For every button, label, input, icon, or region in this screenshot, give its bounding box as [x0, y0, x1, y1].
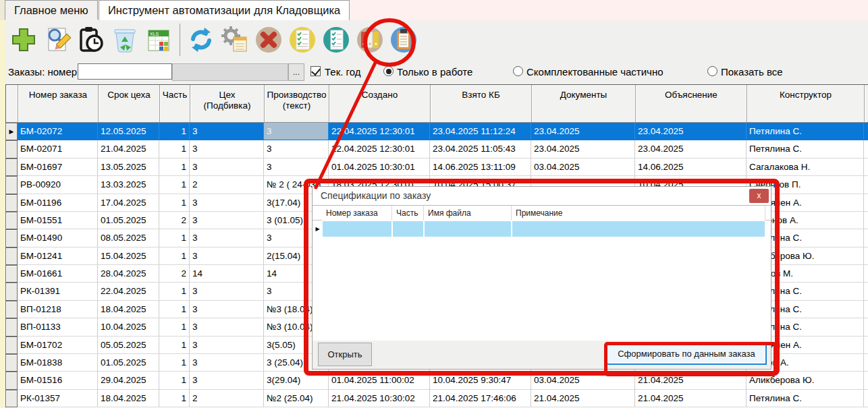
radio-partially-assembled-label: Скомплектованные частично	[526, 59, 663, 84]
grid-cell-filler	[864, 194, 868, 212]
grid-cell: 2	[159, 265, 190, 283]
radio-show-all[interactable]	[707, 66, 717, 76]
row-indicator	[5, 354, 18, 372]
toolbar-icon-excel-export[interactable]: XLS	[143, 24, 174, 56]
spec-cell	[425, 221, 511, 237]
grid-cell: 1	[159, 158, 190, 176]
grid-cell-filler	[864, 247, 868, 265]
grid-cell: 3	[190, 123, 264, 140]
toolbar-icon-order-specifications[interactable]	[388, 24, 419, 56]
grid-cell: БМ-01516	[18, 372, 98, 389]
row-indicator	[5, 337, 18, 354]
spec-grid-header: Номер заказаЧастьИмя файлаПримечание	[313, 205, 771, 221]
grid-cell: 3	[190, 337, 264, 354]
current-year-checkbox[interactable]	[310, 66, 321, 76]
spec-cell	[512, 221, 765, 237]
grid-cell: 23.04.2025	[531, 140, 635, 158]
grid-cell: 1	[159, 283, 190, 300]
grid-cell: БМ-01661	[18, 265, 98, 283]
browse-button[interactable]: ...	[288, 63, 304, 81]
grid-cell: 28.04.2025	[98, 265, 159, 283]
row-indicator	[5, 318, 18, 336]
toolbar-separator	[180, 24, 180, 56]
spec-dialog-title: Спецификации по заказу	[313, 187, 771, 205]
column-header: Производство(текст)	[265, 85, 329, 123]
grid-cell-filler	[864, 176, 868, 194]
grid-cell: 21.04.2025	[531, 390, 635, 407]
toolbar-icon-refresh[interactable]	[186, 24, 217, 56]
grid-cell: 3	[190, 283, 264, 300]
order-row[interactable]: БМ-0151629.04.2025133(29.04)01.04.2025 1…	[5, 372, 868, 389]
grid-cell: 01.05.2025	[98, 354, 159, 372]
toolbar-icon-recycle-trash[interactable]	[109, 24, 140, 56]
toolbar-icon-binders[interactable]	[354, 24, 385, 56]
radio-in-progress[interactable]	[383, 66, 394, 76]
order-row[interactable]: РК-0135718.04.202512№2 (25.04)21.04.2025…	[5, 390, 868, 407]
order-number-input[interactable]	[78, 63, 172, 80]
generate-from-order-button[interactable]: Сформировать по данным заказа	[606, 343, 767, 365]
column-header: Срок цеха	[99, 85, 160, 123]
grid-cell: 1	[159, 390, 190, 407]
radio-partially-assembled[interactable]	[513, 66, 523, 76]
order-row[interactable]: БМ-0207121.04.202513322.04.2025 12:30:01…	[5, 140, 868, 158]
column-header: Часть	[160, 85, 190, 123]
toolbar-icon-process-settings[interactable]	[219, 24, 250, 56]
grid-cell: 1	[159, 229, 190, 247]
toolbar-icon-delete-cross[interactable]	[253, 24, 284, 56]
grid-cell: 21.04.2025	[635, 390, 747, 407]
open-button[interactable]: Открыть	[318, 343, 372, 366]
grid-cell: 3	[190, 229, 264, 247]
column-header: Объяснение	[636, 85, 747, 123]
toolbar-icon-checklist-teal[interactable]	[321, 24, 352, 56]
order-row[interactable]: БМ-0169713.05.202513301.04.2025 10:30:01…	[5, 158, 868, 176]
grid-cell: БМ-01196	[18, 194, 98, 212]
spec-row-indicator: ▶	[313, 221, 322, 237]
grid-cell: 1	[159, 372, 190, 389]
column-header: Документы	[532, 85, 636, 123]
grid-cell: Петялина С.	[747, 390, 864, 407]
grid-cell-filler	[864, 265, 868, 283]
grid-cell: 1	[159, 123, 190, 140]
toolbar-icon-edit-view[interactable]	[42, 24, 73, 56]
grid-cell: 01.05.2025	[98, 212, 159, 229]
grid-cell: 3	[190, 158, 264, 176]
current-year-label: Тек. год	[325, 59, 360, 84]
row-indicator	[5, 265, 18, 283]
close-icon[interactable]: x	[749, 189, 769, 203]
row-indicator	[5, 229, 18, 247]
grid-cell: 23.04.2025	[635, 140, 747, 158]
grid-cell: РК-01357	[18, 390, 98, 407]
grid-cell: 13.03.2025	[98, 176, 159, 194]
grid-cell: БМ-01702	[18, 337, 98, 354]
spec-cell	[393, 221, 423, 237]
row-indicator: ▶	[5, 123, 18, 140]
spec-grid-empty-row[interactable]: ▶	[313, 221, 765, 237]
grid-cell: 10.04.2025	[98, 318, 159, 336]
toolbar-icon-checklist-yellow[interactable]	[287, 24, 318, 56]
spec-dialog: Спецификации по заказу x Номер заказаЧас…	[312, 186, 771, 370]
tab-storekeeper-tool[interactable]: Инструмент автоматизации для Кладовщика	[99, 0, 350, 20]
grid-cell: 01.04.2025 11:00:02	[329, 372, 430, 389]
grid-cell-filler	[864, 229, 868, 247]
grid-cell: БМ-02071	[18, 140, 98, 158]
grid-cell-filler	[864, 372, 868, 389]
tab-main-menu[interactable]: Главное меню	[5, 0, 98, 20]
order-row[interactable]: ▶БМ-0207212.05.202513322.04.2025 12:30:0…	[5, 123, 868, 140]
orders-number-label: Заказы: номер	[8, 59, 77, 84]
toolbar-icon-add[interactable]	[8, 24, 39, 56]
grid-cell-filler	[864, 158, 868, 176]
grid-cell: 3	[190, 372, 264, 389]
row-indicator	[5, 283, 18, 300]
grid-cell-filler	[864, 283, 868, 300]
grid-cell: Петялина С.	[747, 140, 864, 158]
grid-cell: ВП-01218	[18, 301, 98, 318]
grid-cell: №2 (25.04)	[264, 390, 329, 407]
column-header: Номер заказа	[18, 85, 99, 123]
grid-cell-filler	[864, 354, 868, 372]
app-window: Главное меню Инструмент автоматизации дл…	[0, 0, 868, 408]
grid-cell: 2	[190, 390, 264, 407]
grid-cell: 18.04.2025	[98, 301, 159, 318]
grid-cell: БМ-01490	[18, 229, 98, 247]
toolbar-icon-clipboard-clock[interactable]	[76, 24, 107, 56]
grid-cell: 23.04.2025 11:05:43	[430, 140, 531, 158]
